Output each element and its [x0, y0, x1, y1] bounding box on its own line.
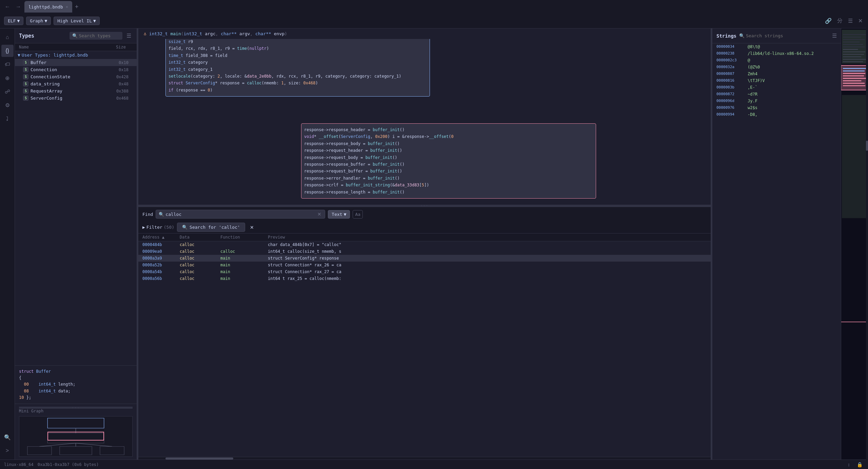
find-search-icon: 🔍 [159, 212, 164, 217]
crosshair-icon-button[interactable]: ⊕ [1, 72, 14, 84]
type-size-requestarray: 0x388 [108, 89, 129, 94]
status-scroll-button[interactable]: ↕ [846, 461, 851, 469]
type-size-buffer: 0x10 [108, 60, 129, 65]
new-tab-button[interactable]: + [74, 3, 80, 11]
graph-dropdown[interactable]: Graph ▼ [26, 17, 51, 25]
string-row-6[interactable]: 0000003b ,E-` [712, 84, 841, 91]
type-item-connection[interactable]: S Connection 0x18 [15, 66, 137, 73]
tab-lighttpd[interactable]: lighttpd.bndb ✕ [24, 1, 72, 13]
types-icon-button[interactable]: {} [1, 45, 14, 57]
result-addr-0: 0000484b [142, 242, 180, 247]
result-addr-5: 0000a56b [142, 276, 180, 281]
find-input[interactable] [165, 212, 315, 217]
result-row-2[interactable]: 0000a3a9 calloc main struct ServerConfig… [138, 255, 711, 262]
back-button[interactable]: ← [3, 2, 12, 11]
menu-icon-button[interactable]: ☰ [847, 16, 854, 25]
types-search-box[interactable]: 🔍 [70, 32, 123, 40]
types-group-label: User Types: lighttpd.bndb [22, 53, 88, 58]
elf-dropdown[interactable]: ELF ▼ [4, 17, 23, 25]
branch-icon-button[interactable]: ☍ [1, 85, 14, 98]
types-search-input[interactable] [79, 33, 120, 38]
fn-header: ⚓ int32_t main(int32_t argc, char** argv… [138, 28, 711, 39]
search-results-button[interactable]: 🔍 Search for 'calloc' [177, 223, 245, 232]
code-block-bottom: response->response_header = buffer_init(… [301, 123, 596, 199]
strings-panel: Strings 🔍 ☰ 00000034 @8\t@ 00000238 /lib… [712, 28, 841, 460]
tag-icon-button[interactable]: 🏷 [1, 58, 14, 70]
string-row-5[interactable]: 00000816 \tTJF)V [712, 77, 841, 84]
string-row-7[interactable]: 00000872 ~d?R [712, 91, 841, 98]
find-input-wrapper[interactable]: 🔍 ✕ [156, 210, 325, 219]
str-val-3: (@Z%0 [748, 65, 837, 69]
h-scrollbar[interactable] [138, 457, 711, 460]
forward-button[interactable]: → [14, 2, 23, 11]
text-type-label: Text [332, 212, 342, 217]
graph-chevron-icon: ▼ [44, 18, 47, 23]
find-clear-button[interactable]: ✕ [317, 211, 322, 217]
split-icon-button[interactable]: 分 [836, 16, 844, 26]
types-header: Types 🔍 ☰ [15, 28, 137, 43]
types-group-chevron-icon: ▼ [18, 53, 20, 58]
text-type-chevron-icon: ▼ [344, 212, 347, 217]
result-row-1[interactable]: 00009ea0 calloc calloc int64_t calloc(si… [138, 248, 711, 255]
type-size-connection: 0x18 [108, 67, 129, 72]
string-row-9[interactable]: 00000976 w2$s [712, 104, 841, 111]
type-size-serverconfig: 0x468 [108, 96, 129, 101]
results-table: 0000484b calloc char data_484b[0x7] = "c… [138, 241, 711, 457]
type-name-serverconfig: ServerConfig [31, 96, 106, 101]
types-group-header[interactable]: ▼ User Types: lighttpd.bndb [15, 51, 137, 59]
string-row-3[interactable]: 0000032a (@Z%0 [712, 64, 841, 70]
type-item-buffer[interactable]: S Buffer 0x10 [15, 59, 137, 66]
result-prev-3: struct Connection* rax_26 = ca [268, 263, 707, 267]
string-row-10[interactable]: 00000994 -D8, [712, 111, 841, 118]
struct-preview-name: Buffer [36, 369, 51, 374]
search-icon-button[interactable]: 🔍 [1, 431, 14, 443]
il-chevron-icon: ▼ [93, 18, 96, 23]
types-title: Types [19, 33, 67, 39]
gear-icon-button[interactable]: ⚙ [1, 99, 14, 111]
match-case-button[interactable]: Aa [353, 210, 363, 219]
home-icon-button[interactable]: ⌂ [1, 31, 14, 43]
tab-close-button[interactable]: ✕ [66, 4, 68, 9]
string-row-4[interactable]: 00000807 Zmh4 [712, 70, 841, 77]
graph-container[interactable]: ⚓ int32_t main(int32_t argc, char** argv… [138, 28, 711, 205]
type-item-requestarray[interactable]: S RequestArray 0x388 [15, 87, 137, 95]
string-row-1[interactable]: 00000238 /lib64/ld-linux-x86-64.so.2 [712, 50, 841, 57]
result-prev-4: struct Connection* rax_27 = ca [268, 269, 707, 274]
grid-icon-button[interactable]: ⦎ [1, 113, 14, 125]
types-menu-button[interactable]: ☰ [125, 31, 133, 40]
result-row-4[interactable]: 0000a54b calloc main struct Connection* … [138, 268, 711, 275]
type-name-connection: Connection [31, 67, 106, 72]
type-item-serverconfig[interactable]: S ServerConfig 0x468 [15, 95, 137, 102]
type-name-requestarray: RequestArray [31, 88, 106, 94]
string-row-8[interactable]: 0000096d Jy.F [712, 98, 841, 104]
type-item-connectionstate[interactable]: S ConnectionState 0x428 [15, 73, 137, 80]
string-row-0[interactable]: 00000034 @8\t@ [712, 43, 841, 50]
strings-search-input[interactable] [746, 33, 829, 38]
result-data-2: calloc [180, 256, 220, 261]
link-icon-button[interactable]: 🔗 [824, 16, 833, 25]
results-close-button[interactable]: ✕ [248, 224, 256, 231]
svg-rect-4 [100, 447, 124, 455]
result-row-0[interactable]: 0000484b calloc char data_484b[0x7] = "c… [138, 241, 711, 248]
close-panel-button[interactable]: ✕ [857, 16, 864, 25]
str-val-2: @ [748, 58, 837, 63]
text-type-button[interactable]: Text ▼ [328, 210, 350, 219]
minimap-canvas[interactable] [841, 28, 868, 460]
status-lock-button[interactable]: 🔒 [855, 461, 864, 469]
strings-menu-button[interactable]: ☰ [832, 33, 837, 39]
status-range: 0xa3b1-0xa3b7 (0x6 bytes) [38, 462, 99, 467]
string-row-2[interactable]: 0000002c3 @ [712, 57, 841, 64]
type-badge-connectionstate: S [23, 74, 28, 79]
type-item-datastring[interactable]: S data_string 0x48 [15, 80, 137, 87]
result-row-5[interactable]: 0000a56b calloc main int64 t rax_25 = ca… [138, 275, 711, 282]
type-badge-connection: S [23, 67, 28, 72]
terminal-icon-button[interactable]: > [1, 445, 14, 457]
il-dropdown[interactable]: High Level IL ▼ [54, 17, 100, 25]
minimap-scrollbar[interactable] [866, 28, 868, 460]
types-list: ▼ User Types: lighttpd.bndb S Buffer 0x1… [15, 51, 137, 365]
result-row-3[interactable]: 0000a52b calloc main struct Connection* … [138, 262, 711, 268]
filter-toggle[interactable]: ▶ Filter (50) [142, 225, 174, 230]
strings-search-icon: 🔍 [739, 33, 745, 38]
str-addr-0: 00000034 [716, 44, 744, 49]
strings-search-box[interactable]: 🔍 [739, 33, 829, 38]
